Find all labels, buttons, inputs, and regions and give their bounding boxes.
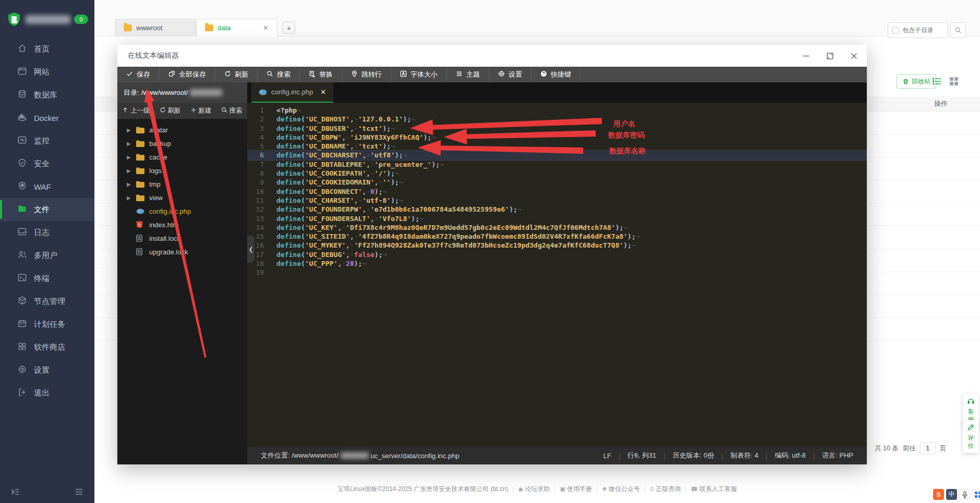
footer-link[interactable]: ◉论坛求助 [518, 485, 550, 493]
sidebar-item-monitor[interactable]: 监控 [0, 129, 94, 152]
checkbox-icon[interactable] [892, 27, 899, 34]
directory-path: /www/wwwroot/ [141, 89, 188, 96]
action-column-label: 操作 [934, 99, 948, 108]
sidebar-item-store[interactable]: 软件商店 [0, 336, 94, 359]
caret-right-icon[interactable]: ▶ [127, 168, 132, 174]
tree-item-cache[interactable]: ▶cache [117, 150, 247, 164]
tab-close-icon[interactable]: ✕ [263, 24, 269, 32]
tree-item-logs[interactable]: ▶logs [117, 164, 247, 177]
maximize-icon[interactable] [826, 52, 834, 60]
shortcuts-button[interactable]: 快捷键 [531, 67, 580, 82]
search-icon [221, 107, 227, 115]
line-number: 12 [247, 205, 271, 214]
save-button[interactable]: 保存 [117, 67, 160, 82]
tree-item-view[interactable]: ▶view [117, 191, 247, 204]
tree-item-tmp[interactable]: ▶tmp [117, 177, 247, 191]
caret-right-icon[interactable]: ▶ [127, 181, 132, 187]
editor-tab-config[interactable]: config.inc.php ✕ [251, 82, 333, 103]
code-line: 10define('UC_DBCONNECT',·0);¬ [247, 187, 867, 196]
list-view-icon [931, 76, 943, 87]
goto-line-button[interactable]: 跳转行 [342, 67, 391, 82]
sidebar-item-security[interactable]: 安全 [0, 152, 94, 175]
font-size-button[interactable]: 字体大小 [391, 67, 447, 82]
message-count-badge[interactable]: 0 [74, 15, 88, 24]
tree-item-backup[interactable]: ▶backup [117, 137, 247, 150]
sidebar-item-logout[interactable]: 退出 [0, 382, 94, 404]
sidebar-item-files[interactable]: 文件 [0, 198, 94, 221]
search-tree-button[interactable]: 搜索 [216, 106, 247, 115]
tree-item-install.lock[interactable]: install.lock [117, 231, 247, 245]
include-subdir-checkbox[interactable]: 包含子目录 [888, 22, 948, 38]
sidebar-item-docker[interactable]: Docker [0, 106, 94, 129]
tab-data[interactable]: data✕ [196, 19, 277, 36]
chinese-mode-icon[interactable]: 中 [946, 489, 957, 500]
page-number-input[interactable] [920, 442, 936, 455]
list-view-button[interactable] [931, 76, 943, 87]
editor-tab-close-icon[interactable]: ✕ [320, 88, 326, 96]
sidebar-item-node[interactable]: 节点管理 [0, 290, 94, 313]
footer-link[interactable]: ©正版查询 [650, 485, 681, 493]
caret-right-icon[interactable]: ▶ [127, 127, 132, 133]
refresh-button[interactable]: 刷新 [215, 67, 258, 82]
add-tab-button[interactable]: + [283, 21, 295, 34]
tab-wwwroot[interactable]: wwwroot [115, 19, 196, 36]
menu-icon[interactable] [74, 487, 84, 499]
search-button[interactable]: 搜索 [258, 67, 300, 82]
toolbar-button-label: 字体大小 [410, 70, 438, 79]
sidebar-item-home[interactable]: 首页 [0, 38, 94, 60]
sidebar-item-site[interactable]: 网站 [0, 60, 94, 83]
status-item: 制表符: 4 [731, 451, 758, 460]
line-number: 7 [247, 160, 271, 169]
caret-right-icon[interactable]: ▶ [127, 141, 132, 146]
security-icon [17, 158, 27, 169]
tree-item-avatar[interactable]: ▶avatar [117, 123, 247, 137]
theme-button[interactable]: 主题 [447, 67, 489, 82]
minimize-icon[interactable] [802, 52, 810, 60]
collapse-sidebar-icon[interactable] [10, 487, 20, 499]
sogou-input-icon[interactable]: S [933, 489, 944, 500]
sidebar-item-label: 退出 [34, 388, 50, 398]
status-item: 历史版本: 0份 [673, 451, 714, 460]
sidebar-item-logs[interactable]: 日志 [0, 221, 94, 244]
collapse-tree-handle[interactable]: ❮ [247, 236, 255, 263]
new-file-button[interactable]: 新建 [186, 106, 216, 115]
replace-button[interactable]: 替换 [300, 67, 342, 82]
code-editor[interactable]: 1<?php¬2define('UC_DBHOST',·'127.0.0.1')… [247, 103, 867, 447]
footer-link[interactable]: ▣使用手册 [560, 485, 591, 493]
footer-link[interactable]: ❖微信公众号 [602, 485, 640, 493]
sidebar-bottom [0, 487, 94, 499]
toolbar-button-label: 全部保存 [179, 70, 206, 79]
grid-view-button[interactable] [948, 76, 960, 87]
file-search-button[interactable] [950, 22, 966, 38]
recycle-bin-button[interactable]: 回收站 [897, 74, 936, 89]
toolbar-button-label: 搜索 [277, 70, 291, 79]
file-location-suffix: uc_server/data/config.inc.php [371, 452, 459, 460]
refresh-tree-button[interactable]: 刷新 [155, 106, 186, 115]
caret-right-icon[interactable]: ▶ [127, 195, 132, 201]
sidebar-item-cron[interactable]: 计划任务 [0, 313, 94, 336]
up-level-button[interactable]: 上一级 [117, 106, 155, 115]
tree-item-index.htm[interactable]: 5index.htm [117, 218, 247, 231]
sidebar-item-terminal[interactable]: 终端 [0, 267, 94, 290]
caret-right-icon[interactable]: ▶ [127, 154, 132, 160]
settings-button[interactable]: 设置 [489, 67, 531, 82]
sidebar-item-users[interactable]: 多用户 [0, 244, 94, 267]
folder-icon [136, 194, 145, 202]
microphone-icon[interactable] [959, 489, 970, 500]
tree-item-upgrade.lock[interactable]: upgrade.lock [117, 245, 247, 259]
sidebar-item-settings[interactable]: 设置 [0, 359, 94, 382]
tree-item-config.inc.php[interactable]: config.inc.php [117, 204, 247, 218]
footer-link[interactable]: ☎联系人工客服 [691, 485, 737, 493]
sidebar-item-label: 设置 [34, 365, 50, 375]
close-icon[interactable] [850, 52, 858, 60]
files-icon [17, 204, 27, 215]
input-grid-icon[interactable] [972, 489, 980, 500]
tree-item-label: config.inc.php [149, 207, 191, 215]
sidebar-item-waf[interactable]: WAF [0, 175, 94, 198]
search-icon [267, 70, 273, 79]
file-location-prefix: 文件位置: /www/wwwroot/ [261, 451, 338, 460]
save-all-button[interactable]: 全部保存 [160, 67, 215, 82]
code-line: 18define('UC_PPP',·20);¬ [247, 259, 867, 268]
sidebar-item-database[interactable]: 数据库 [0, 83, 94, 106]
feedback-widget[interactable]: 评价 [963, 420, 979, 453]
